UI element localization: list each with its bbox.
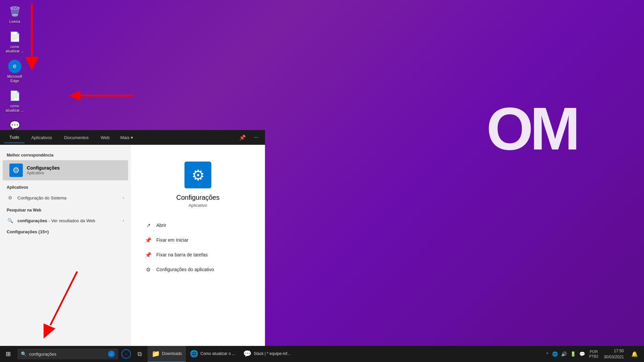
tray-battery-icon[interactable]: 🔋: [569, 351, 577, 357]
search-menu-body: Melhor correspondência ⚙ Configurações A…: [0, 145, 265, 346]
web-search-item[interactable]: 🔍 configurações - Ver resultados da Web …: [0, 215, 131, 227]
pin-taskbar-icon: 📌: [144, 251, 152, 259]
taskbar-search-box[interactable]: 🔍 configurações ○: [17, 349, 118, 359]
tab-documentos[interactable]: Documentos: [59, 132, 94, 143]
configuracoes-icon: ⚙: [9, 164, 23, 177]
taskbar-app-downloads[interactable]: 📁 Downloads: [148, 346, 186, 362]
tray-message-icon[interactable]: 💬: [578, 351, 586, 357]
app-preview-name: Configurações: [176, 194, 220, 201]
app-preview-icon: ⚙: [184, 162, 211, 188]
search-results-panel: Melhor correspondência ⚙ Configurações A…: [0, 145, 131, 346]
web-arrow-right-icon: ›: [123, 218, 124, 223]
taskbar-app-chrome[interactable]: 🌐 Como atualizar o ...: [186, 346, 239, 362]
search-menu-tabs: Tudo Aplicativos Documentos Web Mais ▾ 📌…: [0, 130, 265, 145]
notification-icon: 🔔: [631, 351, 638, 357]
action-fixar-iniciar[interactable]: 📌 Fixar em Iniciar: [138, 233, 258, 247]
taskbar: ⊞ 🔍 configurações ○ ○ ⧉ 📁 Downloads 🌐: [0, 346, 644, 362]
taskbar-chrome-label: Como atualizar o ...: [200, 351, 235, 356]
action-config-aplicativo[interactable]: ⚙ Configurações do aplicativo: [138, 262, 258, 277]
configuracao-sistema-label: Configuração do Sistema: [17, 195, 123, 200]
lixeira-icon: 🗑️: [8, 5, 21, 18]
slack-taskbar-icon: 💬: [243, 350, 252, 358]
best-match-info: Configurações Aplicativo: [27, 165, 60, 175]
como-atualizar-1-label: como atualizar ...: [4, 45, 25, 53]
notification-center-button[interactable]: 🔔: [628, 347, 641, 361]
app-preview-panel: ⚙ Configurações Aplicativo ↗ Abrir 📌 Fix…: [131, 145, 265, 346]
system-tray: ^ 🌐 🔊 🔋 💬 POR PTB2 17:50 30/03/2021 🔔: [545, 347, 644, 361]
chevron-down-icon: ▾: [131, 135, 133, 140]
action-fixar-barra[interactable]: 📌 Fixar na barra de tarefas: [138, 247, 258, 262]
settings-small-icon: ⚙: [7, 194, 13, 201]
web-search-highlight: configurações: [17, 218, 47, 223]
app-preview-type: Aplicativo: [189, 203, 207, 208]
pin-tab-icon[interactable]: 📌: [236, 133, 249, 142]
cortana-indicator: ○: [108, 351, 115, 357]
om-branding-text: OM: [486, 94, 577, 163]
desktop-icon-como-atualizar-1[interactable]: 📄 como atualizar ...: [3, 28, 27, 55]
document-icon-2: 📄: [8, 89, 21, 103]
taskbar-clock[interactable]: 17:50 30/03/2021: [601, 348, 627, 360]
arrow-right-icon: ›: [123, 195, 124, 200]
pin-start-icon: 📌: [144, 236, 152, 244]
desktop-icon-lixeira[interactable]: 🗑️ Lixeira: [3, 3, 27, 25]
taskbar-search-icon: 🔍: [21, 351, 26, 357]
task-view-icon: ⧉: [138, 351, 142, 358]
search-menu-panel: Tudo Aplicativos Documentos Web Mais ▾ 📌…: [0, 130, 265, 346]
chrome-taskbar-icon: 🌐: [190, 350, 198, 358]
tab-aplicativos[interactable]: Aplicativos: [26, 132, 57, 143]
edge-label: Microsoft Edge: [4, 74, 25, 83]
aplicativos-section-title: Aplicativos: [0, 181, 131, 192]
web-search-rest: - Ver resultados da Web: [47, 218, 95, 223]
svg-marker-3: [69, 90, 80, 101]
windows-icon: ⊞: [6, 350, 11, 358]
folder-taskbar-icon: 📁: [152, 350, 160, 358]
desktop-icon-edge[interactable]: e Microsoft Edge: [3, 58, 27, 84]
web-section-title: Pesquisar na Web: [0, 204, 131, 215]
lixeira-label: Lixeira: [9, 19, 20, 24]
more-results-label[interactable]: Configurações (15+): [0, 227, 131, 237]
taskbar-date: 30/03/2021: [604, 354, 624, 360]
start-button[interactable]: ⊞: [0, 346, 16, 362]
desktop-icon-como-atualizar-2[interactable]: 📄 como atualizar ...: [3, 88, 27, 114]
taskbar-slack-label: Slack | * equipe-inf...: [254, 351, 290, 356]
edge-icon: e: [8, 60, 21, 73]
taskbar-app-slack[interactable]: 💬 Slack | * equipe-inf...: [239, 346, 294, 362]
cortana-circle-icon: ○: [121, 349, 131, 359]
tab-tudo[interactable]: Tudo: [4, 132, 24, 143]
tray-volume-icon[interactable]: 🔊: [560, 351, 568, 357]
web-search-label: configurações - Ver resultados da Web: [17, 218, 123, 223]
document-icon-1: 📄: [8, 30, 21, 43]
taskbar-apps: 📁 Downloads 🌐 Como atualizar o ... 💬 Sla…: [148, 346, 294, 362]
tab-web[interactable]: Web: [95, 132, 115, 143]
tray-expand-button[interactable]: ^: [545, 352, 550, 356]
app-item-configuracao-sistema[interactable]: ⚙ Configuração do Sistema ›: [0, 192, 131, 204]
tab-mais[interactable]: Mais ▾: [116, 132, 137, 143]
best-match-name: Configurações: [27, 165, 60, 171]
tab-right-icons: 📌 ···: [236, 133, 261, 142]
best-match-title: Melhor correspondência: [0, 150, 131, 160]
language-indicator[interactable]: POR PTB2: [588, 349, 600, 359]
como-atualizar-2-label: como atualizar ...: [4, 104, 25, 113]
desktop: 🗑️ Lixeira 📄 como atualizar ... e Micros…: [0, 0, 644, 362]
action-fixar-barra-label: Fixar na barra de tarefas: [156, 252, 208, 257]
action-abrir-label: Abrir: [156, 223, 166, 228]
taskbar-downloads-label: Downloads: [162, 351, 182, 356]
best-match-type: Aplicativo: [27, 171, 60, 175]
taskbar-search-input[interactable]: configurações: [29, 352, 105, 357]
action-abrir[interactable]: ↗ Abrir: [138, 218, 258, 233]
tray-icons: 🌐 🔊 🔋 💬: [551, 351, 586, 357]
task-view-button[interactable]: ⧉: [133, 347, 146, 361]
action-fixar-iniciar-label: Fixar em Iniciar: [156, 237, 189, 243]
svg-marker-1: [25, 57, 39, 70]
cortana-button[interactable]: ○: [119, 347, 133, 361]
best-match-item-configuracoes[interactable]: ⚙ Configurações Aplicativo: [3, 160, 128, 180]
app-settings-icon: ⚙: [144, 265, 152, 274]
tray-network-icon[interactable]: 🌐: [551, 351, 559, 357]
action-config-aplicativo-label: Configurações do aplicativo: [156, 267, 214, 272]
more-tab-icon[interactable]: ···: [251, 133, 261, 142]
search-web-icon: 🔍: [7, 217, 13, 224]
open-icon: ↗: [144, 221, 152, 229]
taskbar-time: 17:50: [604, 348, 624, 354]
